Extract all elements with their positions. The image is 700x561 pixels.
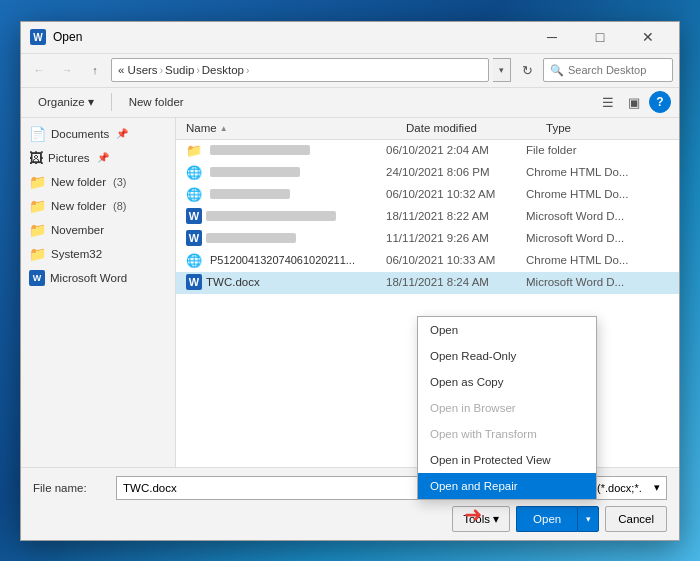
menu-item-readonly[interactable]: Open Read-Only [418, 343, 596, 369]
menu-item-open[interactable]: Open [418, 317, 596, 343]
table-row[interactable]: 🌐 P512004132074061020211... 06/10/2021 1… [176, 250, 679, 272]
file-type-cell: Chrome HTML Do... [526, 254, 669, 266]
chrome-icon: 🌐 [186, 165, 206, 180]
address-dropdown-button[interactable]: ▾ [493, 58, 511, 82]
pin-icon: 📌 [97, 152, 109, 163]
documents-icon: 📄 [29, 126, 46, 142]
sidebar-item-label: Documents [51, 128, 109, 140]
path-segment: Desktop [202, 64, 244, 76]
menu-item-protected[interactable]: Open in Protected View [418, 447, 596, 473]
column-name[interactable]: Name ▲ [182, 122, 402, 134]
file-type-cell: Microsoft Word D... [526, 276, 669, 288]
path-sep: › [196, 65, 199, 76]
dialog-window: W Open ─ □ ✕ ← → ↑ « Users › Sudip › Des… [20, 21, 680, 541]
sidebar-item-november[interactable]: 📁 November [21, 218, 175, 242]
file-type-cell: Chrome HTML Do... [526, 166, 669, 178]
folder-icon: 📁 [29, 246, 46, 262]
sidebar-item-system32[interactable]: 📁 System32 [21, 242, 175, 266]
table-row[interactable]: W blurred 11/11/2021 9:26 AM Microsoft W… [176, 228, 679, 250]
file-date-cell: 06/10/2021 2:04 AM [386, 144, 526, 156]
file-type-cell: Microsoft Word D... [526, 232, 669, 244]
toolbar-separator [111, 93, 112, 111]
sidebar-item-label: System32 [51, 248, 102, 260]
folder-badge: (8) [113, 200, 126, 212]
path-segment: Sudip [165, 64, 194, 76]
buttons-row: Tools ▾ Open ▾ Cancel Open Open Read-Onl… [33, 506, 667, 532]
file-date-cell: 06/10/2021 10:33 AM [386, 254, 526, 266]
file-list-header: Name ▲ Date modified Type [176, 118, 679, 140]
table-row[interactable]: 🌐 blurred 06/10/2021 10:32 AM Chrome HTM… [176, 184, 679, 206]
sidebar-item-pictures[interactable]: 🖼 Pictures 📌 [21, 146, 175, 170]
open-dropdown-arrow[interactable]: ▾ [577, 506, 599, 532]
open-button-group: Open ▾ [516, 506, 599, 532]
filetype-arrow: ▾ [654, 481, 660, 494]
search-icon: 🔍 [550, 64, 564, 77]
open-button[interactable]: Open [516, 506, 577, 532]
maximize-button[interactable]: □ [577, 22, 623, 52]
sidebar-item-label: November [51, 224, 104, 236]
file-name-cell: 🌐 P512004132074061020211... [186, 253, 386, 268]
col-date-label: Date modified [406, 122, 477, 134]
column-type[interactable]: Type [542, 122, 673, 134]
refresh-button[interactable]: ↻ [515, 58, 539, 82]
menu-item-copy[interactable]: Open as Copy [418, 369, 596, 395]
file-name: P512004132074061020211... [210, 254, 355, 266]
table-row[interactable]: W TWC.docx 18/11/2021 8:24 AM Microsoft … [176, 272, 679, 294]
search-input[interactable] [568, 64, 666, 76]
cancel-button[interactable]: Cancel [605, 506, 667, 532]
file-type-cell: Microsoft Word D... [526, 210, 669, 222]
sidebar-item-newfolder8[interactable]: 📁 New folder (8) [21, 194, 175, 218]
folder-icon: 📁 [29, 222, 46, 238]
col-type-label: Type [546, 122, 571, 134]
open-dropdown-menu: Open Open Read-Only Open as Copy Open in… [417, 316, 597, 500]
up-button[interactable]: ↑ [83, 58, 107, 82]
col-name-label: Name [186, 122, 217, 134]
sidebar-item-documents[interactable]: 📄 Documents 📌 [21, 122, 175, 146]
view-details-button[interactable]: ☰ [597, 91, 619, 113]
menu-item-repair[interactable]: Open and Repair [418, 473, 596, 499]
menu-item-browser: Open in Browser [418, 395, 596, 421]
file-name-cell: W blurred [186, 230, 386, 246]
table-row[interactable]: 📁 blurred 06/10/2021 2:04 AM File folder [176, 140, 679, 162]
view-preview-button[interactable]: ▣ [623, 91, 645, 113]
word-icon: W [186, 274, 202, 290]
file-date-cell: 24/10/2021 8:06 PM [386, 166, 526, 178]
word-icon: W [186, 208, 202, 224]
file-date-cell: 18/11/2021 8:24 AM [386, 276, 526, 288]
file-name: TWC.docx [206, 276, 260, 288]
address-path[interactable]: « Users › Sudip › Desktop › [111, 58, 489, 82]
sidebar-item-label: Microsoft Word [50, 272, 127, 284]
file-name-cell: W TWC.docx [186, 274, 386, 290]
word-title-icon: W [29, 28, 47, 46]
help-button[interactable]: ? [649, 91, 671, 113]
title-bar-controls: ─ □ ✕ [529, 22, 671, 52]
sidebar: 📄 Documents 📌 🖼 Pictures 📌 📁 New folder … [21, 118, 176, 467]
word-icon: W [186, 230, 202, 246]
file-name-cell: 🌐 blurred [186, 187, 386, 202]
file-date-cell: 18/11/2021 8:22 AM [386, 210, 526, 222]
forward-button[interactable]: → [55, 58, 79, 82]
bottom-bar: File name: All Word Documents (*.docx;*.… [21, 467, 679, 540]
table-row[interactable]: W blurred 18/11/2021 8:22 AM Microsoft W… [176, 206, 679, 228]
filename-label: File name: [33, 482, 108, 494]
path-sep: › [160, 65, 163, 76]
chrome-icon: 🌐 [186, 187, 206, 202]
address-bar: ← → ↑ « Users › Sudip › Desktop › ▾ ↻ 🔍 [21, 54, 679, 88]
organize-button[interactable]: Organize ▾ [29, 91, 103, 113]
close-button[interactable]: ✕ [625, 22, 671, 52]
search-box[interactable]: 🔍 [543, 58, 673, 82]
pictures-icon: 🖼 [29, 150, 43, 166]
path-segment: « Users [118, 64, 158, 76]
column-date[interactable]: Date modified [402, 122, 542, 134]
new-folder-button[interactable]: New folder [120, 91, 193, 113]
minimize-button[interactable]: ─ [529, 22, 575, 52]
table-row[interactable]: 🌐 blurred 24/10/2021 8:06 PM Chrome HTML… [176, 162, 679, 184]
blurred-name: blurred [210, 189, 290, 199]
sidebar-item-newfolder3[interactable]: 📁 New folder (3) [21, 170, 175, 194]
sidebar-item-label: Pictures [48, 152, 90, 164]
chrome-icon: 🌐 [186, 253, 206, 268]
sidebar-item-msword[interactable]: W Microsoft Word [21, 266, 175, 290]
back-button[interactable]: ← [27, 58, 51, 82]
path-parts: « Users › Sudip › Desktop › [118, 64, 249, 76]
file-date-cell: 11/11/2021 9:26 AM [386, 232, 526, 244]
